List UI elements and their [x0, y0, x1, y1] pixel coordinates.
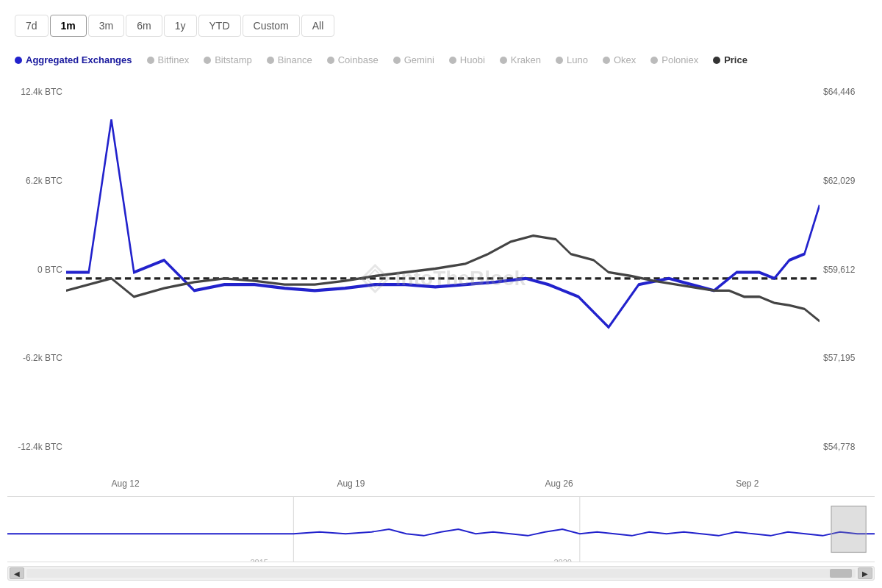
legend-dot-bitfinex: [147, 57, 154, 64]
chart-legend: Aggregated ExchangesBitfinexBitstampBina…: [7, 51, 875, 68]
legend-item-bitfinex[interactable]: Bitfinex: [147, 51, 190, 68]
legend-item-aggregated-exchanges[interactable]: Aggregated Exchanges: [15, 51, 132, 68]
legend-label-okex: Okex: [614, 51, 636, 68]
y-axis-right-label: $64,446: [823, 87, 875, 97]
time-btn-1y[interactable]: 1y: [164, 15, 197, 37]
time-btn-3m[interactable]: 3m: [88, 15, 124, 37]
legend-item-price[interactable]: Price: [713, 51, 747, 68]
y-axis-left-label: -6.2k BTC: [7, 353, 62, 363]
svg-rect-5: [831, 506, 866, 553]
legend-label-binance: Binance: [278, 51, 312, 68]
scroll-track[interactable]: [26, 569, 856, 578]
legend-item-okex[interactable]: Okex: [603, 51, 636, 68]
time-btn-1m[interactable]: 1m: [50, 15, 87, 37]
y-axis-right-label: $57,195: [823, 353, 875, 363]
legend-item-luno[interactable]: Luno: [556, 51, 588, 68]
legend-label-luno: Luno: [567, 51, 588, 68]
legend-item-kraken[interactable]: Kraken: [500, 51, 541, 68]
scroll-thumb[interactable]: [830, 569, 852, 578]
scrollbar[interactable]: ◀ ▶: [7, 566, 875, 581]
mini-label-2015: 2015: [250, 558, 268, 562]
legend-dot-kraken: [500, 57, 507, 64]
legend-dot-binance: [267, 57, 274, 64]
y-axis-left-label: 6.2k BTC: [7, 176, 62, 186]
y-axis-right: $64,446$62,029$59,612$57,195$54,778: [820, 83, 875, 474]
scroll-right-arrow[interactable]: ▶: [858, 567, 872, 579]
mini-label-2020: 2020: [553, 558, 571, 562]
legend-dot-price: [713, 57, 720, 64]
time-btn-custom[interactable]: Custom: [243, 15, 300, 37]
x-axis: Aug 12Aug 19Aug 26Sep 2: [7, 474, 875, 492]
legend-dot-coinbase: [327, 57, 334, 64]
y-axis-left-label: 12.4k BTC: [7, 87, 62, 97]
legend-label-bitstamp: Bitstamp: [215, 51, 252, 68]
legend-label-aggregated-exchanges: Aggregated Exchanges: [26, 51, 132, 68]
legend-label-kraken: Kraken: [511, 51, 541, 68]
legend-item-coinbase[interactable]: Coinbase: [327, 51, 379, 68]
x-axis-label-aug-12: Aug 12: [112, 478, 140, 489]
legend-dot-bitstamp: [204, 57, 211, 64]
time-btn-7d[interactable]: 7d: [15, 15, 49, 37]
legend-item-bitstamp[interactable]: Bitstamp: [204, 51, 252, 68]
legend-label-poloniex: Poloniex: [662, 51, 698, 68]
mini-chart-svg: [7, 497, 875, 562]
x-axis-label-aug-26: Aug 26: [545, 478, 573, 489]
y-axis-left-label: 0 BTC: [7, 265, 62, 275]
legend-label-huobi: Huobi: [460, 51, 485, 68]
legend-dot-gemini: [393, 57, 401, 64]
legend-dot-aggregated-exchanges: [15, 57, 22, 64]
main-chart-svg: [66, 83, 820, 474]
time-range-selector: 7d1m3m6m1yYTDCustomAll: [7, 15, 875, 37]
legend-dot-huobi: [449, 57, 456, 64]
legend-label-price: Price: [724, 51, 747, 68]
time-btn-ytd[interactable]: YTD: [198, 15, 241, 37]
legend-dot-poloniex: [650, 57, 658, 64]
y-axis-right-label: $62,029: [823, 176, 875, 186]
legend-item-poloniex[interactable]: Poloniex: [650, 51, 698, 68]
time-btn-all[interactable]: All: [301, 15, 335, 37]
time-btn-6m[interactable]: 6m: [126, 15, 162, 37]
y-axis-right-label: $59,612: [823, 265, 875, 275]
main-container: 7d1m3m6m1yYTDCustomAll Aggregated Exchan…: [0, 0, 882, 588]
chart-canvas: IntoTheBlock: [66, 83, 820, 474]
chart-section: 12.4k BTC6.2k BTC0 BTC-6.2k BTC-12.4k BT…: [7, 83, 875, 581]
legend-item-huobi[interactable]: Huobi: [449, 51, 485, 68]
legend-dot-luno: [556, 57, 563, 64]
legend-dot-okex: [603, 57, 610, 64]
x-axis-label-sep-2: Sep 2: [736, 478, 759, 489]
scroll-left-arrow[interactable]: ◀: [10, 567, 24, 579]
mini-chart: 2015 2020: [7, 496, 875, 562]
x-axis-label-aug-19: Aug 19: [337, 478, 365, 489]
y-axis-right-label: $54,778: [823, 442, 875, 452]
legend-item-gemini[interactable]: Gemini: [393, 51, 434, 68]
legend-label-gemini: Gemini: [404, 51, 434, 68]
legend-item-binance[interactable]: Binance: [267, 51, 312, 68]
main-chart-wrapper: 12.4k BTC6.2k BTC0 BTC-6.2k BTC-12.4k BT…: [7, 83, 875, 474]
y-axis-left: 12.4k BTC6.2k BTC0 BTC-6.2k BTC-12.4k BT…: [7, 83, 66, 474]
legend-label-coinbase: Coinbase: [338, 51, 379, 68]
y-axis-left-label: -12.4k BTC: [7, 442, 62, 452]
legend-label-bitfinex: Bitfinex: [158, 51, 190, 68]
